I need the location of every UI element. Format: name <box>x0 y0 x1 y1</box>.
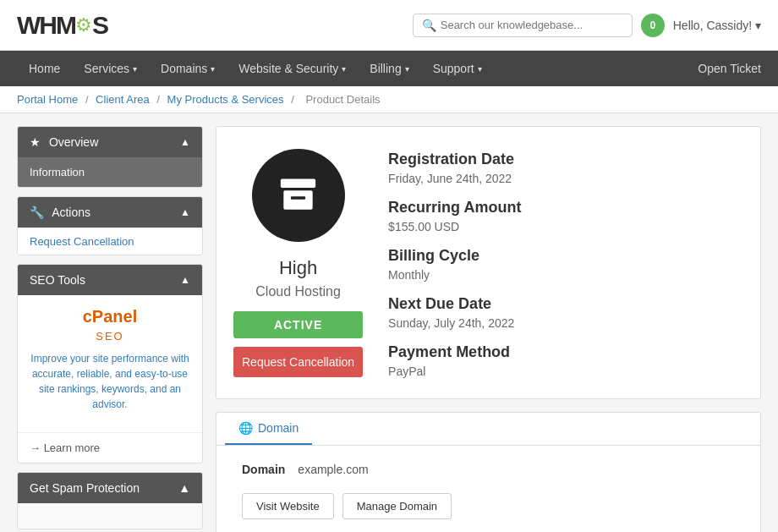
learn-more-section: → Learn more <box>18 432 202 463</box>
tabs-area: 🌐 Domain Domain example.com Visit Websit… <box>216 412 761 532</box>
domain-row: Domain example.com <box>242 463 735 476</box>
payment-method-value: PayPal <box>388 365 743 378</box>
sidebar-seo-header[interactable]: SEO Tools ▲ <box>18 265 202 295</box>
tab-domain-label: Domain <box>258 421 299 435</box>
sidebar-spam-header[interactable]: Get Spam Protection ▲ <box>18 473 202 503</box>
breadcrumb-sep-2: / <box>156 93 162 106</box>
breadcrumb-my-products[interactable]: My Products & Services <box>167 93 284 106</box>
registration-date-label: Registration Date <box>388 151 743 168</box>
nav: Home Services ▾ Domains ▾ Website & Secu… <box>0 51 778 86</box>
sidebar-actions-label: Actions <box>52 206 90 219</box>
wrench-icon: 🔧 <box>30 206 44 219</box>
spam-body <box>18 503 202 529</box>
domain-value: example.com <box>298 463 368 476</box>
globe-icon: 🌐 <box>238 421 253 435</box>
status-badge: ACTIVE <box>233 311 363 338</box>
search-icon: 🔍 <box>422 19 436 32</box>
actions-chevron-icon: ▲ <box>180 206 190 218</box>
next-due-date-label: Next Due Date <box>388 295 743 313</box>
svg-rect-1 <box>283 190 312 209</box>
search-input[interactable] <box>441 19 623 31</box>
cpanel-logo: cPanel <box>30 307 190 326</box>
payment-method-label: Payment Method <box>388 343 743 361</box>
product-card: High Cloud Hosting ACTIVE Request Cancel… <box>216 126 761 399</box>
cart-button[interactable]: 0 <box>641 14 665 37</box>
learn-more-label: Learn more <box>44 442 100 454</box>
header: WHM ⚙ S 🔍 0 Hello, Cassidy! ▾ <box>0 0 778 51</box>
billing-dropdown-icon: ▾ <box>405 64 409 74</box>
support-dropdown-icon: ▾ <box>478 64 482 74</box>
sidebar-spam-section: Get Spam Protection ▲ <box>17 472 203 529</box>
sidebar-actions-header[interactable]: 🔧 Actions ▲ <box>18 197 202 228</box>
search-bar[interactable]: 🔍 <box>413 14 633 37</box>
archive-icon <box>275 172 321 218</box>
nav-support[interactable]: Support ▾ <box>421 51 494 86</box>
recurring-amount-label: Recurring Amount <box>388 199 743 217</box>
domain-label: Domain <box>242 463 285 476</box>
product-name: High <box>279 257 317 279</box>
star-icon: ★ <box>30 135 41 149</box>
breadcrumb-sep-1: / <box>85 93 91 106</box>
sidebar-seo-label: SEO Tools <box>30 273 85 287</box>
website-security-dropdown-icon: ▾ <box>342 64 346 74</box>
breadcrumb: Portal Home / Client Area / My Products … <box>0 86 778 113</box>
overview-chevron-icon: ▲ <box>180 136 190 148</box>
logo-text-after: S <box>92 11 107 40</box>
logo-gear-icon: ⚙ <box>75 14 92 36</box>
logo-text-before: WHM <box>17 11 75 40</box>
user-greeting[interactable]: Hello, Cassidy! ▾ <box>673 19 761 32</box>
content-area: High Cloud Hosting ACTIVE Request Cancel… <box>216 126 761 532</box>
sidebar-overview-label: Overview <box>49 135 98 149</box>
breadcrumb-current: Product Details <box>305 93 380 106</box>
sidebar-information-item[interactable]: Information <box>18 157 202 187</box>
sidebar: ★ Overview ▲ Information 🔧 Actions ▲ Req… <box>17 126 203 532</box>
manage-domain-button[interactable]: Manage Domain <box>342 493 452 519</box>
product-visual: High Cloud Hosting ACTIVE Request Cancel… <box>233 144 363 381</box>
svg-rect-2 <box>291 196 305 199</box>
product-info: Registration Date Friday, June 24th, 202… <box>388 144 743 381</box>
seo-body: cPanel SEO Improve your site performance… <box>18 295 202 432</box>
next-due-date-value: Sunday, July 24th, 2022 <box>388 316 743 330</box>
visit-website-button[interactable]: Visit Website <box>242 493 334 519</box>
main-layout: ★ Overview ▲ Information 🔧 Actions ▲ Req… <box>0 113 778 532</box>
seo-chevron-icon: ▲ <box>180 274 190 286</box>
domain-buttons: Visit Website Manage Domain <box>242 493 735 519</box>
seo-description: Improve your site performance with accur… <box>30 351 190 412</box>
billing-cycle-value: Monthly <box>388 268 743 282</box>
sidebar-seo-section: SEO Tools ▲ cPanel SEO Improve your site… <box>17 264 203 463</box>
breadcrumb-sep-3: / <box>291 93 297 106</box>
tab-content-domain: Domain example.com Visit Website Manage … <box>216 446 760 532</box>
tab-domain[interactable]: 🌐 Domain <box>225 413 312 445</box>
cancel-button[interactable]: Request Cancellation <box>233 347 363 377</box>
services-dropdown-icon: ▾ <box>133 64 137 74</box>
nav-billing[interactable]: Billing ▾ <box>358 51 420 86</box>
svg-rect-0 <box>281 179 315 188</box>
arrow-right-icon: → <box>30 442 41 454</box>
logo[interactable]: WHM ⚙ S <box>17 11 107 40</box>
registration-date-value: Friday, June 24th, 2022 <box>388 172 743 185</box>
nav-home[interactable]: Home <box>17 51 72 86</box>
nav-open-ticket[interactable]: Open Ticket <box>698 62 761 75</box>
learn-more-link[interactable]: → Learn more <box>30 442 100 454</box>
billing-cycle-label: Billing Cycle <box>388 247 743 265</box>
sidebar-spam-label: Get Spam Protection <box>30 481 140 495</box>
breadcrumb-portal-home[interactable]: Portal Home <box>17 93 78 106</box>
sidebar-overview-header[interactable]: ★ Overview ▲ <box>18 127 202 157</box>
nav-services[interactable]: Services ▾ <box>72 51 149 86</box>
domains-dropdown-icon: ▾ <box>211 64 215 74</box>
nav-domains[interactable]: Domains ▾ <box>149 51 227 86</box>
sidebar-request-cancellation[interactable]: Request Cancellation <box>18 228 202 255</box>
nav-website-security[interactable]: Website & Security ▾ <box>227 51 358 86</box>
sidebar-overview-section: ★ Overview ▲ Information <box>17 126 203 188</box>
recurring-amount-value: $155.00 USD <box>388 220 743 233</box>
tabs-nav: 🌐 Domain <box>216 413 760 446</box>
breadcrumb-client-area[interactable]: Client Area <box>96 93 150 106</box>
product-type: Cloud Hosting <box>255 284 341 299</box>
seo-sub-label: SEO <box>30 330 190 343</box>
header-right: 🔍 0 Hello, Cassidy! ▾ <box>413 14 761 37</box>
sidebar-actions-section: 🔧 Actions ▲ Request Cancellation <box>17 196 203 255</box>
product-icon-circle <box>252 149 345 242</box>
spam-chevron-icon: ▲ <box>178 481 190 495</box>
nav-left: Home Services ▾ Domains ▾ Website & Secu… <box>17 51 494 86</box>
